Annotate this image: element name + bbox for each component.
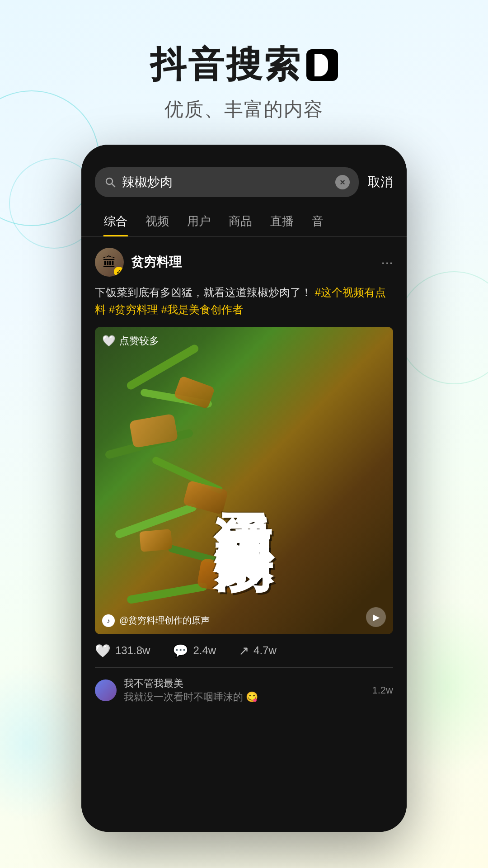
search-icon	[104, 176, 117, 189]
post-desc-text: 下饭菜到底有多凶猛，就看这道辣椒炒肉了！	[95, 286, 312, 298]
comments-button[interactable]: 💬 2.4w	[173, 643, 216, 658]
clear-search-button[interactable]: ×	[335, 175, 350, 189]
comments-count: 2.4w	[193, 644, 216, 657]
commenter-avatar	[95, 679, 117, 701]
search-bar-area: 辣椒炒肉 × 取消	[81, 145, 407, 206]
likes-badge: 🤍 点赞较多	[102, 334, 159, 348]
app-title-row: 抖音搜索 ♪	[0, 41, 488, 90]
cancel-search-button[interactable]: 取消	[368, 174, 393, 191]
tab-live[interactable]: 直播	[261, 206, 303, 236]
video-overlay: 勇猛辣椒炒肉	[95, 327, 393, 634]
share-button[interactable]: ↗ 4.7w	[239, 643, 277, 658]
video-thumbnail[interactable]: 勇猛辣椒炒肉 🤍 点赞较多 ♪ @贫穷料理创作的原声	[95, 327, 393, 634]
header-subtitle: 优质、丰富的内容	[0, 97, 488, 122]
tab-comprehensive[interactable]: 综合	[95, 206, 136, 236]
tab-user[interactable]: 用户	[178, 206, 220, 236]
video-title-text: 勇猛辣椒炒肉	[215, 467, 273, 494]
phone-frame: 辣椒炒肉 × 取消 综合 视频 用户 商品 直播 音 🏛	[81, 145, 407, 832]
header: 抖音搜索 ♪ 优质、丰富的内容	[0, 0, 488, 140]
hashtag-2[interactable]: #贫穷料理	[109, 303, 158, 316]
phone-mockup: 辣椒炒肉 × 取消 综合 视频 用户 商品 直播 音 🏛	[81, 145, 407, 832]
tab-video[interactable]: 视频	[136, 206, 178, 236]
likes-badge-text: 点赞较多	[119, 334, 159, 348]
heart-icon: 🤍	[102, 335, 116, 347]
more-options-button[interactable]: ···	[381, 254, 393, 271]
comment-icon: 💬	[173, 643, 188, 658]
search-input-wrapper[interactable]: 辣椒炒肉 ×	[95, 167, 359, 197]
bg-blob-2	[0, 665, 90, 823]
tiktok-logo-icon: ♪	[306, 49, 338, 81]
user-name[interactable]: 贫穷料理	[131, 254, 182, 271]
user-avatar[interactable]: 🏛 ✓	[95, 248, 124, 277]
comment-likes-count: 1.2w	[372, 684, 393, 696]
shares-count: 4.7w	[253, 644, 277, 657]
commenter-name: 我不管我最美	[124, 677, 365, 690]
tab-audio[interactable]: 音	[303, 206, 333, 236]
hashtag-3[interactable]: #我是美食创作者	[161, 303, 243, 316]
sound-bar: ♪ @贫穷料理创作的原声	[102, 614, 210, 627]
tiktok-note-icon: ♪	[316, 52, 329, 78]
share-icon: ↗	[239, 643, 249, 658]
tab-goods[interactable]: 商品	[220, 206, 261, 236]
sound-text: @贫穷料理创作的原声	[119, 614, 210, 627]
play-button[interactable]: ▶	[366, 607, 386, 627]
search-tabs: 综合 视频 用户 商品 直播 音	[81, 206, 407, 237]
likes-button[interactable]: 🤍 131.8w	[95, 643, 150, 658]
comment-body: 我就没一次看时不咽唾沫的 😋	[124, 690, 365, 704]
interaction-row: 🤍 131.8w 💬 2.4w ↗ 4.7w	[95, 634, 393, 668]
heart-icon-interact: 🤍	[95, 643, 111, 658]
verified-badge: ✓	[114, 267, 124, 277]
content-area: 🏛 ✓ 贫穷料理 ··· 下饭菜到底有多凶猛，就看这道辣椒炒肉了！ #这个视频有…	[81, 237, 407, 832]
app-title-text: 抖音搜索	[150, 41, 302, 90]
post-user-card: 🏛 ✓ 贫穷料理 ···	[95, 248, 393, 277]
likes-count: 131.8w	[115, 644, 150, 657]
comment-preview: 我不管我最美 我就没一次看时不咽唾沫的 😋 1.2w	[95, 668, 393, 713]
svg-line-1	[112, 184, 115, 187]
bg-decoration-3	[398, 271, 488, 384]
phone-inner: 辣椒炒肉 × 取消 综合 视频 用户 商品 直播 音 🏛	[81, 145, 407, 832]
post-description: 下饭菜到底有多凶猛，就看这道辣椒炒肉了！ #这个视频有点料 #贫穷料理 #我是美…	[95, 284, 393, 319]
comment-content: 我不管我最美 我就没一次看时不咽唾沫的 😋	[124, 677, 365, 704]
tiktok-sound-logo: ♪	[102, 614, 115, 627]
search-query-text: 辣椒炒肉	[122, 174, 330, 191]
